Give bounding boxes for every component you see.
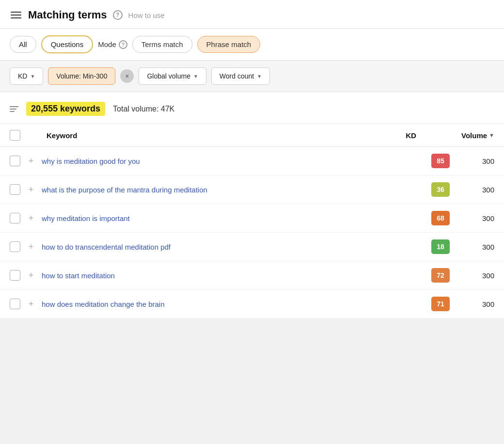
terms-match-button[interactable]: Terms match bbox=[132, 36, 192, 53]
volume-clear-button[interactable]: × bbox=[120, 69, 134, 83]
keyword-column-header: Keyword bbox=[47, 131, 386, 140]
row-checkbox-0[interactable] bbox=[10, 156, 20, 166]
keywords-table: Keyword KD Volume ▼ + why is meditation … bbox=[0, 124, 504, 318]
table-row: + how does meditation change the brain 7… bbox=[0, 290, 504, 318]
sort-icon[interactable] bbox=[10, 106, 18, 112]
kd-badge-4: 72 bbox=[431, 268, 450, 283]
kd-badge-2: 68 bbox=[431, 211, 450, 225]
row-checkbox-1[interactable] bbox=[10, 184, 20, 195]
add-keyword-button-5[interactable]: + bbox=[26, 299, 36, 309]
mode-help-icon[interactable]: ? bbox=[119, 40, 127, 49]
questions-filter-button[interactable]: Questions bbox=[41, 35, 94, 53]
keyword-link-2[interactable]: why meditation is important bbox=[42, 214, 425, 222]
kd-filter-button[interactable]: KD ▼ bbox=[10, 67, 43, 85]
table-row: + why meditation is important 68 300 bbox=[0, 204, 504, 233]
volume-filter-button[interactable]: Volume: Min-300 bbox=[48, 67, 115, 85]
global-volume-filter-button[interactable]: Global volume ▼ bbox=[139, 67, 206, 85]
kd-badge-3: 18 bbox=[431, 239, 450, 254]
add-keyword-button-0[interactable]: + bbox=[26, 156, 36, 166]
how-to-use-link[interactable]: How to use bbox=[128, 11, 165, 19]
table-row: + how to start meditation 72 300 bbox=[0, 261, 504, 290]
sort-arrow-icon: ▼ bbox=[489, 132, 494, 138]
advanced-filter-bar: KD ▼ Volume: Min-300 × Global volume ▼ W… bbox=[0, 61, 504, 92]
add-keyword-button-1[interactable]: + bbox=[26, 185, 36, 195]
keyword-link-4[interactable]: how to start meditation bbox=[42, 271, 425, 280]
table-row: + what is the purpose of the mantra duri… bbox=[0, 175, 504, 204]
table-body: + why is meditation good for you 85 300 … bbox=[0, 147, 504, 318]
add-keyword-button-4[interactable]: + bbox=[26, 270, 36, 281]
keyword-link-0[interactable]: why is meditation good for you bbox=[42, 157, 425, 165]
table-row: + why is meditation good for you 85 300 bbox=[0, 147, 504, 175]
mode-label: Mode ? bbox=[98, 40, 127, 49]
volume-cell-3: 300 bbox=[456, 243, 494, 251]
menu-icon[interactable] bbox=[10, 11, 22, 19]
results-header: 20,555 keywords Total volume: 47K bbox=[0, 92, 504, 124]
kd-badge-5: 71 bbox=[431, 297, 450, 311]
keywords-count-badge: 20,555 keywords bbox=[26, 102, 105, 116]
volume-cell-1: 300 bbox=[456, 186, 494, 194]
kd-column-header: KD bbox=[392, 131, 430, 140]
volume-cell-2: 300 bbox=[456, 214, 494, 222]
table-header: Keyword KD Volume ▼ bbox=[0, 124, 504, 147]
row-checkbox-2[interactable] bbox=[10, 213, 20, 223]
kd-badge-0: 85 bbox=[431, 154, 450, 168]
volume-cell-4: 300 bbox=[456, 271, 494, 280]
volume-column-header: Volume ▼ bbox=[436, 131, 494, 140]
phrase-match-button[interactable]: Phrase match bbox=[197, 36, 261, 53]
row-checkbox-4[interactable] bbox=[10, 270, 20, 281]
all-filter-button[interactable]: All bbox=[10, 36, 36, 53]
add-keyword-button-3[interactable]: + bbox=[26, 242, 36, 252]
chevron-down-icon: ▼ bbox=[30, 74, 35, 79]
header: Matching terms ? How to use bbox=[0, 0, 504, 29]
page-title: Matching terms bbox=[28, 9, 107, 21]
select-all-checkbox[interactable] bbox=[10, 130, 20, 141]
row-checkbox-5[interactable] bbox=[10, 299, 20, 309]
volume-cell-5: 300 bbox=[456, 300, 494, 308]
keyword-link-3[interactable]: how to do transcendental meditation pdf bbox=[42, 243, 425, 251]
chevron-down-icon: ▼ bbox=[257, 74, 262, 79]
total-volume-label: Total volume: 47K bbox=[113, 105, 174, 113]
chevron-down-icon: ▼ bbox=[193, 74, 198, 79]
row-checkbox-3[interactable] bbox=[10, 241, 20, 252]
help-icon[interactable]: ? bbox=[113, 10, 123, 20]
volume-cell-0: 300 bbox=[456, 157, 494, 165]
table-row: + how to do transcendental meditation pd… bbox=[0, 233, 504, 261]
add-keyword-button-2[interactable]: + bbox=[26, 213, 36, 223]
keyword-link-5[interactable]: how does meditation change the brain bbox=[42, 300, 425, 308]
kd-badge-1: 36 bbox=[431, 182, 450, 197]
filter-bar: All Questions Mode ? Terms match Phrase … bbox=[0, 29, 504, 61]
keyword-link-1[interactable]: what is the purpose of the mantra during… bbox=[42, 186, 425, 194]
word-count-filter-button[interactable]: Word count ▼ bbox=[211, 67, 270, 85]
